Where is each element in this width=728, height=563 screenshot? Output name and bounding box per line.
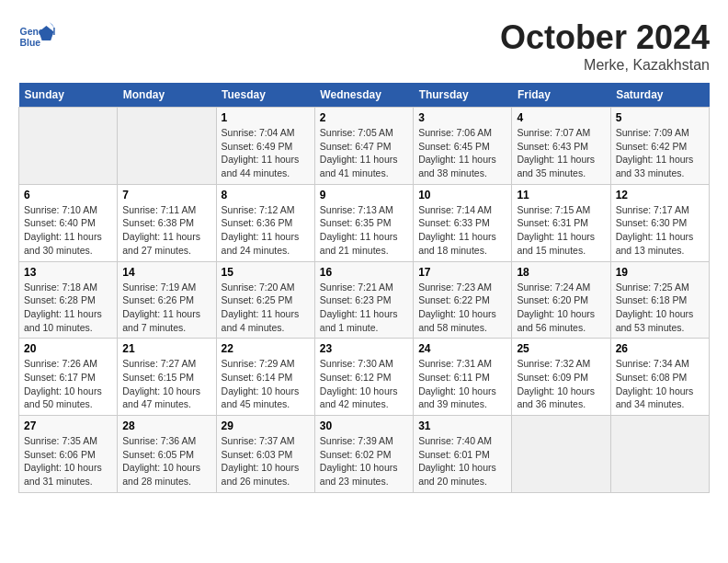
calendar-cell: 9Sunrise: 7:13 AM Sunset: 6:35 PM Daylig… (314, 184, 413, 261)
page-header: General Blue October 2024 Merke, Kazakhs… (18, 18, 710, 74)
day-info: Sunrise: 7:18 AM Sunset: 6:28 PM Dayligh… (24, 281, 112, 335)
day-number: 4 (517, 111, 605, 124)
day-number: 29 (222, 419, 310, 432)
day-info: Sunrise: 7:29 AM Sunset: 6:14 PM Dayligh… (222, 357, 310, 411)
day-number: 22 (222, 342, 310, 355)
day-number: 31 (418, 419, 506, 432)
weekday-header-friday: Friday (512, 83, 610, 108)
day-number: 13 (24, 266, 112, 279)
calendar-cell: 1Sunrise: 7:04 AM Sunset: 6:49 PM Daylig… (216, 108, 314, 185)
calendar-week-row: 6Sunrise: 7:10 AM Sunset: 6:40 PM Daylig… (19, 184, 710, 261)
day-info: Sunrise: 7:36 AM Sunset: 6:05 PM Dayligh… (122, 434, 210, 488)
day-info: Sunrise: 7:09 AM Sunset: 6:42 PM Dayligh… (616, 126, 704, 180)
day-info: Sunrise: 7:23 AM Sunset: 6:22 PM Dayligh… (418, 281, 506, 335)
day-number: 21 (122, 342, 210, 355)
calendar-cell: 31Sunrise: 7:40 AM Sunset: 6:01 PM Dayli… (414, 416, 512, 493)
day-number: 27 (24, 419, 112, 432)
calendar-cell: 13Sunrise: 7:18 AM Sunset: 6:28 PM Dayli… (19, 261, 118, 339)
calendar-cell: 3Sunrise: 7:06 AM Sunset: 6:45 PM Daylig… (414, 108, 512, 185)
calendar-week-row: 13Sunrise: 7:18 AM Sunset: 6:28 PM Dayli… (19, 261, 710, 339)
day-info: Sunrise: 7:13 AM Sunset: 6:35 PM Dayligh… (320, 203, 408, 258)
day-number: 16 (320, 266, 408, 279)
day-number: 6 (24, 189, 112, 201)
calendar-cell: 16Sunrise: 7:21 AM Sunset: 6:23 PM Dayli… (314, 261, 413, 339)
calendar-cell: 11Sunrise: 7:15 AM Sunset: 6:31 PM Dayli… (512, 184, 610, 261)
calendar-cell: 15Sunrise: 7:20 AM Sunset: 6:25 PM Dayli… (216, 261, 314, 339)
calendar-cell: 28Sunrise: 7:36 AM Sunset: 6:05 PM Dayli… (118, 416, 216, 493)
day-info: Sunrise: 7:39 AM Sunset: 6:02 PM Dayligh… (320, 434, 408, 488)
day-info: Sunrise: 7:25 AM Sunset: 6:18 PM Dayligh… (616, 281, 704, 335)
calendar-week-row: 20Sunrise: 7:26 AM Sunset: 6:17 PM Dayli… (19, 339, 710, 416)
calendar-week-row: 27Sunrise: 7:35 AM Sunset: 6:06 PM Dayli… (19, 416, 710, 493)
day-number: 25 (517, 342, 605, 355)
weekday-header-sunday: Sunday (19, 83, 118, 108)
day-number: 24 (418, 342, 506, 355)
day-number: 2 (320, 111, 408, 124)
calendar-cell: 20Sunrise: 7:26 AM Sunset: 6:17 PM Dayli… (19, 339, 118, 416)
calendar-cell: 4Sunrise: 7:07 AM Sunset: 6:43 PM Daylig… (512, 108, 610, 185)
calendar-cell: 7Sunrise: 7:11 AM Sunset: 6:38 PM Daylig… (118, 184, 216, 261)
calendar-cell: 12Sunrise: 7:17 AM Sunset: 6:30 PM Dayli… (610, 184, 709, 261)
day-info: Sunrise: 7:26 AM Sunset: 6:17 PM Dayligh… (24, 357, 112, 411)
weekday-header-wednesday: Wednesday (314, 83, 413, 108)
calendar-cell (118, 108, 216, 185)
calendar-cell: 10Sunrise: 7:14 AM Sunset: 6:33 PM Dayli… (414, 184, 512, 261)
day-number: 1 (222, 111, 310, 124)
title-block: October 2024 Merke, Kazakhstan (500, 18, 710, 74)
day-number: 30 (320, 419, 408, 432)
weekday-header-row: SundayMondayTuesdayWednesdayThursdayFrid… (19, 83, 710, 108)
day-info: Sunrise: 7:07 AM Sunset: 6:43 PM Dayligh… (517, 126, 605, 180)
calendar-cell: 21Sunrise: 7:27 AM Sunset: 6:15 PM Dayli… (118, 339, 216, 416)
calendar-cell: 18Sunrise: 7:24 AM Sunset: 6:20 PM Dayli… (512, 261, 610, 339)
day-number: 9 (320, 189, 408, 201)
day-number: 23 (320, 342, 408, 355)
day-number: 14 (122, 266, 210, 279)
calendar-cell: 2Sunrise: 7:05 AM Sunset: 6:47 PM Daylig… (314, 108, 413, 185)
day-info: Sunrise: 7:17 AM Sunset: 6:30 PM Dayligh… (616, 203, 704, 258)
day-info: Sunrise: 7:32 AM Sunset: 6:09 PM Dayligh… (517, 357, 605, 411)
calendar-cell: 27Sunrise: 7:35 AM Sunset: 6:06 PM Dayli… (19, 416, 118, 493)
day-info: Sunrise: 7:04 AM Sunset: 6:49 PM Dayligh… (222, 126, 310, 180)
day-info: Sunrise: 7:21 AM Sunset: 6:23 PM Dayligh… (320, 281, 408, 335)
day-info: Sunrise: 7:19 AM Sunset: 6:26 PM Dayligh… (122, 281, 210, 335)
svg-text:Blue: Blue (20, 38, 41, 48)
day-number: 11 (517, 189, 605, 201)
day-number: 26 (616, 342, 704, 355)
day-number: 12 (616, 189, 704, 201)
day-info: Sunrise: 7:12 AM Sunset: 6:36 PM Dayligh… (222, 203, 310, 258)
day-info: Sunrise: 7:40 AM Sunset: 6:01 PM Dayligh… (418, 434, 506, 488)
day-info: Sunrise: 7:27 AM Sunset: 6:15 PM Dayligh… (122, 357, 210, 411)
weekday-header-thursday: Thursday (414, 83, 512, 108)
day-info: Sunrise: 7:24 AM Sunset: 6:20 PM Dayligh… (517, 281, 605, 335)
location-title: Merke, Kazakhstan (500, 57, 710, 74)
calendar-cell (19, 108, 118, 185)
calendar-cell (610, 416, 709, 493)
calendar-cell: 14Sunrise: 7:19 AM Sunset: 6:26 PM Dayli… (118, 261, 216, 339)
day-info: Sunrise: 7:06 AM Sunset: 6:45 PM Dayligh… (418, 126, 506, 180)
day-info: Sunrise: 7:11 AM Sunset: 6:38 PM Dayligh… (122, 203, 210, 258)
calendar-cell: 17Sunrise: 7:23 AM Sunset: 6:22 PM Dayli… (414, 261, 512, 339)
calendar-cell: 29Sunrise: 7:37 AM Sunset: 6:03 PM Dayli… (216, 416, 314, 493)
day-number: 28 (122, 419, 210, 432)
day-info: Sunrise: 7:30 AM Sunset: 6:12 PM Dayligh… (320, 357, 408, 411)
logo: General Blue (18, 18, 59, 55)
calendar-cell (512, 416, 610, 493)
calendar-table: SundayMondayTuesdayWednesdayThursdayFrid… (18, 83, 710, 493)
day-info: Sunrise: 7:31 AM Sunset: 6:11 PM Dayligh… (418, 357, 506, 411)
day-number: 7 (122, 189, 210, 201)
month-title: October 2024 (500, 18, 710, 57)
calendar-week-row: 1Sunrise: 7:04 AM Sunset: 6:49 PM Daylig… (19, 108, 710, 185)
day-info: Sunrise: 7:05 AM Sunset: 6:47 PM Dayligh… (320, 126, 408, 180)
calendar-cell: 26Sunrise: 7:34 AM Sunset: 6:08 PM Dayli… (610, 339, 709, 416)
day-number: 10 (418, 189, 506, 201)
day-number: 15 (222, 266, 310, 279)
day-number: 5 (616, 111, 704, 124)
calendar-cell: 22Sunrise: 7:29 AM Sunset: 6:14 PM Dayli… (216, 339, 314, 416)
day-number: 19 (616, 266, 704, 279)
calendar-cell: 8Sunrise: 7:12 AM Sunset: 6:36 PM Daylig… (216, 184, 314, 261)
day-number: 3 (418, 111, 506, 124)
day-info: Sunrise: 7:37 AM Sunset: 6:03 PM Dayligh… (222, 434, 310, 488)
day-number: 18 (517, 266, 605, 279)
calendar-cell: 24Sunrise: 7:31 AM Sunset: 6:11 PM Dayli… (414, 339, 512, 416)
day-number: 20 (24, 342, 112, 355)
